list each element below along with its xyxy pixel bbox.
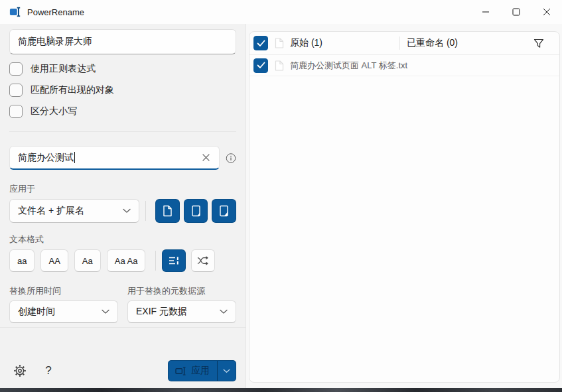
time-source-selected: 创建时间 xyxy=(18,306,55,318)
case-sensitive-option: 区分大小写 xyxy=(9,105,236,118)
filter-funnel-icon xyxy=(533,38,544,48)
document-icon xyxy=(162,205,173,217)
apply-label: 应用 xyxy=(191,365,210,377)
shuffle-icon xyxy=(197,256,210,265)
replace-row: 简鹿办公测试 xyxy=(9,146,236,170)
search-for-input[interactable]: 简鹿电脑录屏大师 xyxy=(9,29,236,54)
file-row[interactable]: 简鹿办公测试页面 ALT 标签.txt xyxy=(249,55,559,76)
footer-bar: ? 应用 xyxy=(9,360,236,383)
lowercase-label: aa xyxy=(17,256,27,266)
close-button[interactable] xyxy=(531,0,562,24)
check-icon xyxy=(257,40,265,47)
file-icon xyxy=(275,38,284,48)
replace-info-button[interactable] xyxy=(226,153,236,164)
screen-behind-window xyxy=(0,388,562,392)
datetime-labels-row: 替换所用时间 用于替换的元数据源 xyxy=(9,285,236,297)
case-sensitive-checkbox[interactable] xyxy=(9,105,23,118)
apply-split-button: 应用 xyxy=(168,360,236,381)
maximize-icon xyxy=(512,8,520,16)
text-format-row: aa AA Aa Aa Aa xyxy=(9,249,236,272)
chevron-down-icon xyxy=(123,208,131,214)
select-all-checkbox[interactable] xyxy=(253,36,268,50)
capitalize-button[interactable]: Aa Aa xyxy=(107,249,146,272)
include-folders-button[interactable] xyxy=(184,199,208,223)
apply-to-label: 应用于 xyxy=(9,183,236,195)
replace-with-value: 简鹿办公测试 xyxy=(18,152,74,164)
titlebar: PowerRename xyxy=(0,0,562,24)
titlecase-label: Aa xyxy=(82,256,93,266)
chevron-down-icon xyxy=(223,369,230,373)
match-all-label: 匹配所有出现的对象 xyxy=(31,84,114,96)
footer-divider xyxy=(0,327,246,328)
file-list-card: 原始 (1) 已重命名 (0) xyxy=(249,31,560,383)
file-name: 简鹿办公测试页面 ALT 标签.txt xyxy=(290,60,407,72)
document-name-icon xyxy=(190,205,202,217)
regex-checkbox[interactable] xyxy=(9,62,23,76)
clear-replace-button[interactable] xyxy=(198,147,213,168)
regex-label: 使用正则表达式 xyxy=(31,63,96,75)
case-sensitive-label: 区分大小写 xyxy=(31,105,77,117)
uppercase-button[interactable]: AA xyxy=(40,249,68,272)
original-column-header: 原始 (1) xyxy=(290,37,322,49)
replace-with-input[interactable]: 简鹿办公测试 xyxy=(9,146,220,170)
minimize-icon xyxy=(482,8,490,16)
apply-to-separator xyxy=(145,201,146,221)
time-source-dropdown[interactable]: 创建时间 xyxy=(9,300,118,323)
enumerate-items-button[interactable] xyxy=(162,249,186,272)
close-icon xyxy=(543,8,551,16)
include-files-button[interactable] xyxy=(155,199,180,223)
apply-to-selected: 文件名 + 扩展名 xyxy=(18,205,84,217)
minimize-button[interactable] xyxy=(470,0,501,24)
randomize-button[interactable] xyxy=(191,249,215,272)
file-list-header: 原始 (1) 已重命名 (0) xyxy=(249,32,559,55)
renamed-column-header: 已重命名 (0) xyxy=(407,37,458,49)
match-all-option: 匹配所有出现的对象 xyxy=(9,84,236,97)
uppercase-label: AA xyxy=(48,256,60,266)
text-caret xyxy=(74,152,75,163)
format-separator xyxy=(155,251,156,271)
titlecase-button[interactable]: Aa xyxy=(74,249,101,272)
text-format-label: 文本格式 xyxy=(9,233,236,245)
chevron-down-icon xyxy=(102,309,109,314)
powerrename-app-icon xyxy=(9,6,21,18)
apply-button[interactable]: 应用 xyxy=(169,361,217,381)
match-all-checkbox[interactable] xyxy=(9,84,23,97)
options-panel: 简鹿电脑录屏大师 使用正则表达式 匹配所有出现的对象 区分大小写 简鹿办公测试 xyxy=(0,24,246,388)
filter-button[interactable] xyxy=(529,32,549,54)
metadata-source-label: 用于替换的元数据源 xyxy=(127,285,205,297)
metadata-source-selected: EXIF 元数据 xyxy=(136,306,187,318)
window-controls xyxy=(470,0,562,24)
column-separator xyxy=(399,36,400,50)
capitalize-label: Aa Aa xyxy=(115,256,138,266)
window-title: PowerRename xyxy=(27,7,84,17)
window-content: 简鹿电脑录屏大师 使用正则表达式 匹配所有出现的对象 区分大小写 简鹿办公测试 xyxy=(0,24,562,388)
lowercase-button[interactable]: aa xyxy=(9,249,35,272)
document-extension-icon xyxy=(218,205,230,217)
apply-to-dropdown[interactable]: 文件名 + 扩展名 xyxy=(9,199,139,223)
regex-option: 使用正则表达式 xyxy=(9,62,236,76)
metadata-source-dropdown[interactable]: EXIF 元数据 xyxy=(127,300,236,323)
rename-icon xyxy=(175,366,186,376)
help-label: ? xyxy=(45,364,51,377)
time-source-label: 替换所用时间 xyxy=(9,285,127,297)
chevron-down-icon xyxy=(220,309,228,314)
section-divider xyxy=(9,131,236,132)
powerrename-window: PowerRename 简鹿电脑录屏大师 使用正 xyxy=(0,0,562,392)
search-for-value: 简鹿电脑录屏大师 xyxy=(18,36,92,48)
clear-x-icon xyxy=(202,153,210,162)
file-list-panel: 原始 (1) 已重命名 (0) xyxy=(246,24,562,388)
info-icon xyxy=(226,153,236,164)
file-icon xyxy=(275,60,284,71)
enumerate-icon xyxy=(168,255,180,267)
check-icon xyxy=(257,62,265,69)
apply-to-row: 文件名 + 扩展名 xyxy=(9,199,236,223)
gear-icon xyxy=(13,364,27,377)
apply-options-button[interactable] xyxy=(218,361,236,381)
help-button[interactable]: ? xyxy=(38,360,58,381)
include-subfolders-button[interactable] xyxy=(212,199,236,223)
datetime-dropdown-row: 创建时间 EXIF 元数据 xyxy=(9,300,236,323)
settings-button[interactable] xyxy=(9,360,31,381)
file-row-checkbox[interactable] xyxy=(253,58,268,73)
maximize-button[interactable] xyxy=(501,0,531,24)
